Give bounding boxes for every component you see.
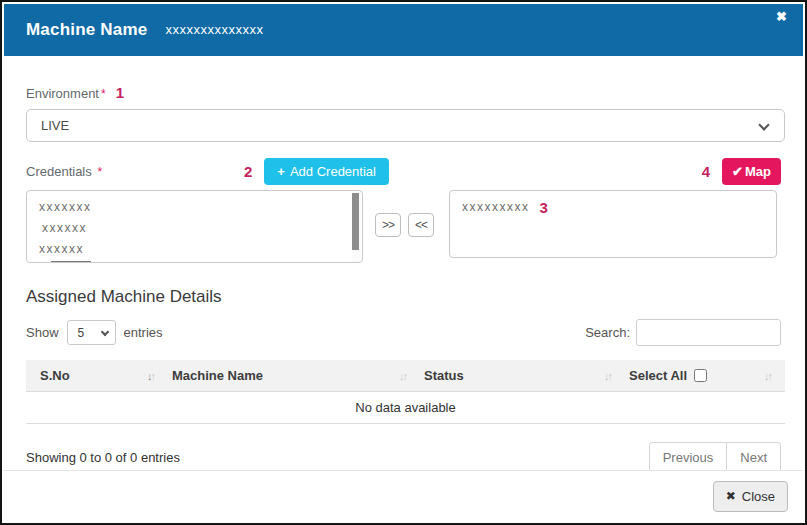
entries-summary: Showing 0 to 0 of 0 entries xyxy=(26,450,180,465)
annotation-3: 3 xyxy=(540,199,548,216)
annotation-1: 1 xyxy=(116,84,124,101)
sort-icon: ↓↑ xyxy=(604,370,615,382)
column-label: Status xyxy=(424,368,464,383)
table-controls: Show 5 entries Search: xyxy=(26,319,781,346)
previous-page-button[interactable]: Previous xyxy=(649,442,728,473)
map-button-label: Map xyxy=(745,164,771,179)
required-asterisk: * xyxy=(97,165,102,179)
modal-title: Machine Name xyxy=(26,20,147,40)
add-credential-button[interactable]: + Add Credential xyxy=(264,158,389,185)
move-left-button[interactable]: << xyxy=(408,213,434,237)
machine-name-modal: Machine Name xxxxxxxxxxxxxx ✖ Environmen… xyxy=(0,0,807,525)
add-credential-label: Add Credential xyxy=(290,164,376,179)
environment-select-value: LIVE xyxy=(41,118,69,133)
modal-body: Environment*1 LIVE Credentials * 2 + Add… xyxy=(2,56,805,473)
column-header-status[interactable]: Status ↓↑ xyxy=(420,360,625,392)
sort-icon: ↓↑ xyxy=(399,370,410,382)
partial-list-item xyxy=(51,261,91,262)
list-item[interactable]: xxxxxx xyxy=(39,218,348,239)
sort-icon: ↓↑ xyxy=(147,370,158,382)
annotation-2: 2 xyxy=(244,163,252,180)
scrollbar-track[interactable] xyxy=(352,192,361,263)
environment-label: Environment xyxy=(26,86,99,101)
assigned-machine-details-heading: Assigned Machine Details xyxy=(26,287,781,307)
column-header-select-all[interactable]: Select All ↓↑ xyxy=(625,360,785,392)
column-header-sno[interactable]: S.No ↓↑ xyxy=(26,360,168,392)
next-page-button[interactable]: Next xyxy=(726,442,781,473)
scrollbar-thumb[interactable] xyxy=(352,193,359,250)
column-header-machine-name[interactable]: Machine Name ↓↑ xyxy=(168,360,420,392)
assigned-machines-table: S.No ↓↑ Machine Name ↓↑ Status ↓↑ Select… xyxy=(26,360,785,424)
column-label: S.No xyxy=(40,368,70,383)
credentials-label-wrap: Credentials * xyxy=(26,164,244,179)
environment-field: Environment*1 LIVE xyxy=(26,84,781,142)
environment-select[interactable]: LIVE xyxy=(26,109,785,142)
selected-credentials-box[interactable]: xxxxxxxxx 3 xyxy=(449,190,777,258)
modal-title-value: xxxxxxxxxxxxxx xyxy=(165,22,263,37)
credentials-label: Credentials xyxy=(26,164,92,179)
show-label: Show xyxy=(26,325,59,340)
pagination: Previous Next xyxy=(649,442,781,473)
select-all-checkbox[interactable] xyxy=(694,369,707,382)
transfer-buttons: >> << xyxy=(375,213,434,237)
credentials-transfer: xxxxxxx xxxxxx xxxxxx >> << xxxxxxxxx 3 xyxy=(26,190,781,263)
required-asterisk: * xyxy=(101,87,106,101)
column-label: Select All xyxy=(629,368,687,383)
available-credentials-listbox[interactable]: xxxxxxx xxxxxx xxxxxx xyxy=(26,190,363,263)
credentials-row: Credentials * 2 + Add Credential 4 ✔ Map xyxy=(26,158,781,185)
close-button-label: Close xyxy=(742,489,775,504)
page-size-select[interactable]: 5 xyxy=(67,320,116,345)
modal-footer: ✖ Close xyxy=(4,470,803,521)
modal-header: Machine Name xxxxxxxxxxxxxx ✖ xyxy=(4,4,803,56)
check-icon: ✔ xyxy=(732,164,743,179)
empty-table-row: No data available xyxy=(26,392,785,424)
list-item[interactable]: xxxxxx xyxy=(39,239,348,260)
column-label: Machine Name xyxy=(172,368,263,383)
sort-icon: ↓↑ xyxy=(764,370,775,382)
map-button[interactable]: ✔ Map xyxy=(722,158,781,185)
move-right-button[interactable]: >> xyxy=(375,213,401,237)
search-input[interactable] xyxy=(636,319,781,346)
page-size-value: 5 xyxy=(78,326,85,340)
search-wrap: Search: xyxy=(585,319,781,346)
close-x-icon: ✖ xyxy=(726,489,736,503)
plus-icon: + xyxy=(277,164,285,179)
list-item[interactable]: xxxxxxx xyxy=(39,197,348,218)
table-footer: Showing 0 to 0 of 0 entries Previous Nex… xyxy=(26,442,781,473)
empty-message: No data available xyxy=(26,392,785,424)
close-icon[interactable]: ✖ xyxy=(776,10,787,23)
chevron-down-icon xyxy=(100,328,108,336)
chevron-down-icon xyxy=(758,119,769,130)
selected-credential-value: xxxxxxxxx xyxy=(462,197,530,218)
annotation-4: 4 xyxy=(702,163,710,180)
search-label: Search: xyxy=(585,325,630,340)
table-header-row: S.No ↓↑ Machine Name ↓↑ Status ↓↑ Select… xyxy=(26,360,785,392)
entries-label: entries xyxy=(124,325,163,340)
close-button[interactable]: ✖ Close xyxy=(713,481,788,512)
